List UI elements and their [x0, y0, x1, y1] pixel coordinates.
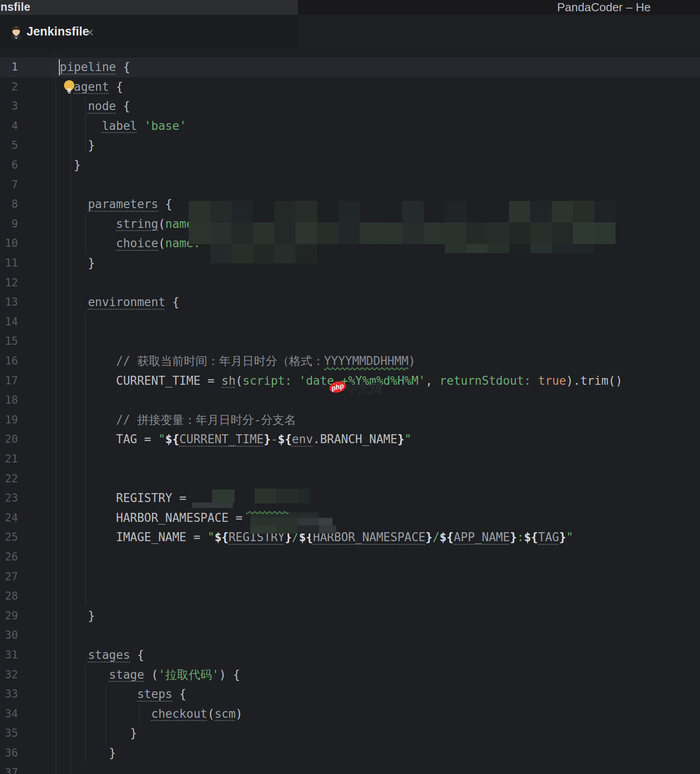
line-number[interactable]: 33	[0, 685, 56, 704]
code-token: (	[158, 236, 165, 250]
line-number[interactable]: 15	[0, 332, 56, 351]
censor-block	[274, 518, 297, 525]
code-line[interactable]: 11 }	[0, 254, 700, 273]
title-bar: nsfile PandaCoder – He	[0, 0, 700, 15]
code-line[interactable]: 27	[0, 567, 700, 587]
code-token: ${	[214, 530, 228, 544]
code-line[interactable]: 13 environment {	[0, 293, 700, 312]
code-line[interactable]: 28	[0, 587, 700, 606]
code-line[interactable]: 3 node {	[0, 97, 700, 116]
code-line[interactable]: 15	[0, 332, 700, 351]
line-number[interactable]: 5	[0, 136, 56, 156]
code-line[interactable]: 21	[0, 449, 700, 469]
line-number[interactable]: 23	[0, 489, 56, 508]
code-line[interactable]: 34 checkout(scm)	[0, 704, 700, 724]
line-number[interactable]: 17	[0, 371, 56, 391]
line-number[interactable]: 20	[0, 430, 56, 449]
line-number[interactable]: 2	[0, 77, 56, 97]
code-line[interactable]: 20 TAG = "${CURRENT_TIME}-${env.BRANCH_N…	[0, 430, 700, 449]
line-number[interactable]: 30	[0, 626, 56, 645]
code-line[interactable]: 19 // 拼接变量：年月日时分-分支名	[0, 410, 700, 430]
line-number[interactable]: 34	[0, 704, 56, 724]
code-line[interactable]: 33 steps {	[0, 685, 700, 704]
code-token: script:	[243, 374, 292, 387]
code-line[interactable]: 31 stages {	[0, 645, 700, 665]
line-number[interactable]: 31	[0, 645, 56, 665]
line-number[interactable]: 3	[0, 97, 56, 116]
lightbulb-icon[interactable]	[62, 80, 76, 96]
line-number[interactable]: 16	[0, 351, 56, 371]
code-token: }	[109, 746, 116, 760]
line-number[interactable]: 11	[0, 254, 56, 273]
line-number[interactable]: 4	[0, 116, 56, 136]
line-number[interactable]: 22	[0, 469, 56, 489]
line-number[interactable]: 24	[0, 508, 56, 528]
code-line[interactable]: 16 // 获取当前时间：年月日时分（格式：YYYYMMDDHHMM)	[0, 351, 700, 371]
code-line[interactable]: 25 IMAGE_NAME = "${REGISTRY}/${HARBOR_NA…	[0, 528, 700, 547]
code-token: {	[130, 648, 144, 662]
line-number[interactable]: 35	[0, 724, 56, 743]
background-window-title: PandaCoder – He	[557, 0, 651, 14]
line-number[interactable]: 21	[0, 449, 56, 469]
line-number[interactable]: 12	[0, 273, 56, 293]
tab-jenkinsfile[interactable]: Jenkinsfile ×	[0, 15, 113, 49]
code-token: )	[235, 707, 243, 721]
code-line[interactable]: 24 HARBOR_NAMESPACE =	[0, 508, 700, 528]
line-text: environment {	[60, 293, 179, 312]
censor-block	[297, 518, 319, 525]
code-line[interactable]: 36 }	[0, 743, 700, 763]
censor-block	[274, 222, 296, 244]
line-text: }	[60, 743, 116, 763]
line-text: REGISTRY =	[60, 489, 186, 508]
code-line[interactable]: 1pipeline {	[0, 58, 700, 77]
line-number[interactable]: 9	[0, 214, 56, 234]
line-number[interactable]: 18	[0, 391, 56, 410]
code-token: env	[292, 432, 313, 446]
line-number[interactable]: 37	[0, 763, 56, 774]
code-line[interactable]: 2 agent {	[0, 77, 700, 97]
line-number[interactable]: 26	[0, 547, 56, 567]
line-number[interactable]: 19	[0, 410, 56, 430]
line-number[interactable]: 8	[0, 195, 56, 214]
censor-block	[317, 222, 338, 244]
code-line[interactable]: 22	[0, 469, 700, 489]
line-number[interactable]: 1	[0, 58, 56, 77]
code-line[interactable]: 6 }	[0, 156, 700, 175]
censor-block	[210, 201, 232, 222]
censor-block	[445, 222, 466, 244]
line-text: }	[60, 724, 137, 743]
line-number[interactable]: 29	[0, 606, 56, 626]
code-line[interactable]: 5 }	[0, 136, 700, 156]
line-number[interactable]: 6	[0, 156, 56, 175]
code-line[interactable]: 32 stage ('拉取代码') {	[0, 665, 700, 685]
line-number[interactable]: 36	[0, 743, 56, 763]
censor-block	[466, 244, 488, 253]
code-line[interactable]: 23 REGISTRY =	[0, 489, 700, 508]
code-line[interactable]: 35 }	[0, 724, 700, 743]
tab-close-icon[interactable]: ×	[86, 25, 94, 40]
line-number[interactable]: 10	[0, 234, 56, 254]
code-token: {	[165, 295, 179, 309]
code-token: scm	[214, 707, 235, 721]
line-number[interactable]: 28	[0, 587, 56, 606]
code-line[interactable]: 12	[0, 273, 700, 293]
line-number[interactable]: 32	[0, 665, 56, 685]
editor[interactable]: 1pipeline {2 agent {3 node {4 label 'bas…	[0, 53, 700, 774]
code-line[interactable]: 4 label 'base'	[0, 116, 700, 136]
line-number[interactable]: 14	[0, 312, 56, 332]
code-line[interactable]: 30	[0, 626, 700, 645]
code-token: }	[559, 530, 566, 544]
code-token: string	[116, 217, 158, 231]
code-line[interactable]: 29 }	[0, 606, 700, 626]
line-number[interactable]: 25	[0, 528, 56, 547]
code-line[interactable]: 14	[0, 312, 700, 332]
line-number[interactable]: 13	[0, 293, 56, 312]
code-token: {	[116, 99, 130, 113]
code-line[interactable]: 26	[0, 547, 700, 567]
line-number[interactable]: 27	[0, 567, 56, 587]
code-token: "	[208, 530, 215, 544]
code-line[interactable]: 7	[0, 175, 700, 195]
line-number[interactable]: 7	[0, 175, 56, 195]
code-line[interactable]: 37	[0, 763, 700, 774]
code-token: {	[116, 60, 130, 74]
